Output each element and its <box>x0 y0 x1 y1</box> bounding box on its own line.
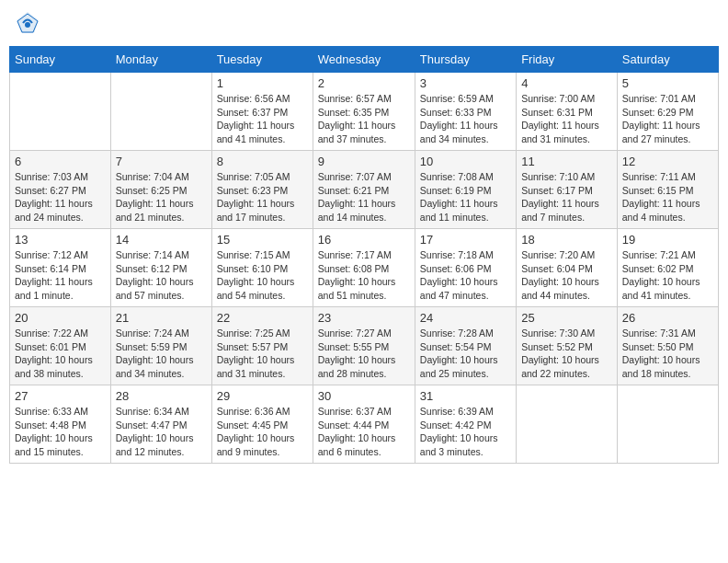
day-number: 14 <box>116 233 207 247</box>
day-number: 26 <box>622 311 713 325</box>
calendar-cell: 27Sunrise: 6:33 AM Sunset: 4:48 PM Dayli… <box>10 385 111 464</box>
calendar-week-row: 20Sunrise: 7:22 AM Sunset: 6:01 PM Dayli… <box>10 307 719 385</box>
calendar-cell: 24Sunrise: 7:28 AM Sunset: 5:54 PM Dayli… <box>415 307 516 385</box>
calendar-cell: 1Sunrise: 6:56 AM Sunset: 6:37 PM Daylig… <box>211 73 313 151</box>
day-number: 18 <box>521 233 612 247</box>
day-number: 23 <box>318 311 410 325</box>
calendar-cell <box>617 385 718 464</box>
day-number: 12 <box>622 155 713 168</box>
day-number: 5 <box>622 76 713 90</box>
calendar-cell: 3Sunrise: 6:59 AM Sunset: 6:33 PM Daylig… <box>415 73 516 151</box>
day-info: Sunrise: 7:12 AM Sunset: 6:14 PM Dayligh… <box>15 248 106 303</box>
day-number: 30 <box>318 389 410 403</box>
calendar-cell: 7Sunrise: 7:04 AM Sunset: 6:25 PM Daylig… <box>110 151 211 229</box>
day-info: Sunrise: 6:37 AM Sunset: 4:44 PM Dayligh… <box>318 405 410 459</box>
calendar-cell: 6Sunrise: 7:03 AM Sunset: 6:27 PM Daylig… <box>10 151 111 229</box>
day-number: 20 <box>15 311 106 325</box>
calendar-cell: 12Sunrise: 7:11 AM Sunset: 6:15 PM Dayli… <box>617 151 718 229</box>
day-number: 2 <box>318 76 410 90</box>
calendar-cell: 23Sunrise: 7:27 AM Sunset: 5:55 PM Dayli… <box>313 307 415 385</box>
day-info: Sunrise: 7:10 AM Sunset: 6:17 PM Dayligh… <box>521 170 612 224</box>
calendar-cell: 29Sunrise: 6:36 AM Sunset: 4:45 PM Dayli… <box>211 385 313 464</box>
day-info: Sunrise: 7:24 AM Sunset: 5:59 PM Dayligh… <box>116 327 207 381</box>
calendar-cell: 13Sunrise: 7:12 AM Sunset: 6:14 PM Dayli… <box>10 229 111 307</box>
day-number: 17 <box>420 233 511 247</box>
day-number: 8 <box>217 155 308 168</box>
day-number: 15 <box>217 233 308 247</box>
calendar-cell: 10Sunrise: 7:08 AM Sunset: 6:19 PM Dayli… <box>415 151 516 229</box>
logo-icon <box>14 9 41 37</box>
day-info: Sunrise: 7:03 AM Sunset: 6:27 PM Dayligh… <box>15 170 106 224</box>
day-info: Sunrise: 7:07 AM Sunset: 6:21 PM Dayligh… <box>318 170 410 224</box>
day-info: Sunrise: 6:56 AM Sunset: 6:37 PM Dayligh… <box>217 92 308 146</box>
day-info: Sunrise: 6:36 AM Sunset: 4:45 PM Dayligh… <box>217 405 308 459</box>
calendar-cell: 26Sunrise: 7:31 AM Sunset: 5:50 PM Dayli… <box>617 307 718 385</box>
day-info: Sunrise: 7:21 AM Sunset: 6:02 PM Dayligh… <box>622 248 713 303</box>
calendar-cell: 14Sunrise: 7:14 AM Sunset: 6:12 PM Dayli… <box>110 229 211 307</box>
calendar-cell: 9Sunrise: 7:07 AM Sunset: 6:21 PM Daylig… <box>313 151 415 229</box>
page-header <box>9 9 719 37</box>
day-of-week-header: Sunday <box>10 47 111 73</box>
calendar-header-row: SundayMondayTuesdayWednesdayThursdayFrid… <box>10 47 719 73</box>
day-info: Sunrise: 7:14 AM Sunset: 6:12 PM Dayligh… <box>116 248 207 303</box>
svg-point-2 <box>25 22 30 28</box>
day-info: Sunrise: 7:25 AM Sunset: 5:57 PM Dayligh… <box>217 327 308 381</box>
calendar-cell <box>10 73 111 151</box>
day-of-week-header: Saturday <box>617 47 718 73</box>
day-number: 29 <box>217 389 308 403</box>
day-info: Sunrise: 6:57 AM Sunset: 6:35 PM Dayligh… <box>318 92 410 146</box>
calendar-table: SundayMondayTuesdayWednesdayThursdayFrid… <box>9 46 719 464</box>
day-number: 13 <box>15 233 106 247</box>
day-info: Sunrise: 7:05 AM Sunset: 6:23 PM Dayligh… <box>217 170 308 224</box>
day-info: Sunrise: 7:00 AM Sunset: 6:31 PM Dayligh… <box>521 92 612 146</box>
day-info: Sunrise: 7:01 AM Sunset: 6:29 PM Dayligh… <box>622 92 713 146</box>
day-number: 3 <box>420 76 511 90</box>
day-info: Sunrise: 7:22 AM Sunset: 6:01 PM Dayligh… <box>15 327 106 381</box>
calendar-week-row: 13Sunrise: 7:12 AM Sunset: 6:14 PM Dayli… <box>10 229 719 307</box>
day-number: 10 <box>420 155 511 168</box>
calendar-cell: 15Sunrise: 7:15 AM Sunset: 6:10 PM Dayli… <box>211 229 313 307</box>
day-info: Sunrise: 7:04 AM Sunset: 6:25 PM Dayligh… <box>116 170 207 224</box>
day-info: Sunrise: 6:34 AM Sunset: 4:47 PM Dayligh… <box>116 405 207 459</box>
calendar-cell: 31Sunrise: 6:39 AM Sunset: 4:42 PM Dayli… <box>415 385 516 464</box>
calendar-cell: 22Sunrise: 7:25 AM Sunset: 5:57 PM Dayli… <box>211 307 313 385</box>
calendar-week-row: 27Sunrise: 6:33 AM Sunset: 4:48 PM Dayli… <box>10 385 719 464</box>
day-number: 19 <box>622 233 713 247</box>
day-number: 16 <box>318 233 410 247</box>
day-number: 28 <box>116 389 207 403</box>
calendar-cell: 4Sunrise: 7:00 AM Sunset: 6:31 PM Daylig… <box>517 73 618 151</box>
calendar-cell: 5Sunrise: 7:01 AM Sunset: 6:29 PM Daylig… <box>617 73 718 151</box>
calendar-cell: 25Sunrise: 7:30 AM Sunset: 5:52 PM Dayli… <box>517 307 618 385</box>
calendar-cell <box>517 385 618 464</box>
calendar-cell: 8Sunrise: 7:05 AM Sunset: 6:23 PM Daylig… <box>211 151 313 229</box>
day-info: Sunrise: 6:39 AM Sunset: 4:42 PM Dayligh… <box>420 405 511 459</box>
day-of-week-header: Monday <box>110 47 211 73</box>
day-number: 1 <box>217 76 308 90</box>
day-number: 21 <box>116 311 207 325</box>
day-number: 22 <box>217 311 308 325</box>
day-info: Sunrise: 7:11 AM Sunset: 6:15 PM Dayligh… <box>622 170 713 224</box>
day-number: 24 <box>420 311 511 325</box>
day-info: Sunrise: 7:20 AM Sunset: 6:04 PM Dayligh… <box>521 248 612 303</box>
day-info: Sunrise: 6:59 AM Sunset: 6:33 PM Dayligh… <box>420 92 511 146</box>
day-info: Sunrise: 7:30 AM Sunset: 5:52 PM Dayligh… <box>521 327 612 381</box>
day-info: Sunrise: 7:15 AM Sunset: 6:10 PM Dayligh… <box>217 248 308 303</box>
calendar-cell: 30Sunrise: 6:37 AM Sunset: 4:44 PM Dayli… <box>313 385 415 464</box>
day-info: Sunrise: 7:08 AM Sunset: 6:19 PM Dayligh… <box>420 170 511 224</box>
day-number: 11 <box>521 155 612 168</box>
calendar-cell: 16Sunrise: 7:17 AM Sunset: 6:08 PM Dayli… <box>313 229 415 307</box>
calendar-cell: 17Sunrise: 7:18 AM Sunset: 6:06 PM Dayli… <box>415 229 516 307</box>
day-of-week-header: Thursday <box>415 47 516 73</box>
day-info: Sunrise: 7:31 AM Sunset: 5:50 PM Dayligh… <box>622 327 713 381</box>
day-info: Sunrise: 7:28 AM Sunset: 5:54 PM Dayligh… <box>420 327 511 381</box>
calendar-cell: 28Sunrise: 6:34 AM Sunset: 4:47 PM Dayli… <box>110 385 211 464</box>
day-info: Sunrise: 7:27 AM Sunset: 5:55 PM Dayligh… <box>318 327 410 381</box>
day-info: Sunrise: 7:17 AM Sunset: 6:08 PM Dayligh… <box>318 248 410 303</box>
day-number: 6 <box>15 155 106 168</box>
day-of-week-header: Tuesday <box>211 47 313 73</box>
day-number: 25 <box>521 311 612 325</box>
calendar-cell: 21Sunrise: 7:24 AM Sunset: 5:59 PM Dayli… <box>110 307 211 385</box>
day-of-week-header: Friday <box>517 47 618 73</box>
day-number: 9 <box>318 155 410 168</box>
calendar-cell: 18Sunrise: 7:20 AM Sunset: 6:04 PM Dayli… <box>517 229 618 307</box>
